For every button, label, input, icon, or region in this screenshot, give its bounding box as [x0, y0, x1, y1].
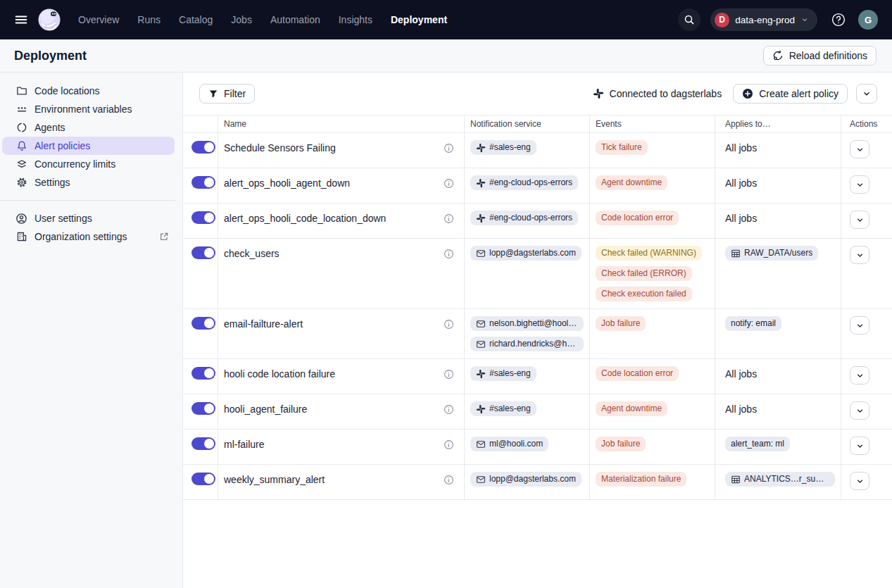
name-cell: check_users [218, 239, 465, 308]
policy-name: alert_ops_hooli_agent_down [224, 177, 350, 189]
name-cell: alert_ops_hooli_agent_down [218, 168, 465, 203]
notification-tag-label: lopp@dagsterlabs.com [489, 474, 576, 484]
alert-enabled-toggle[interactable] [191, 317, 215, 330]
event-tag: Job failure [596, 437, 646, 451]
create-alert-policy-menu-button[interactable] [856, 84, 877, 104]
sidebar-item-label: User settings [34, 213, 92, 224]
sidebar-item-environment-variables[interactable]: Environment variables [2, 100, 175, 118]
alert-enabled-toggle[interactable] [191, 402, 215, 415]
alert-enabled-toggle[interactable] [191, 473, 215, 485]
info-icon[interactable] [444, 249, 454, 259]
topnav-links: OverviewRunsCatalogJobsAutomationInsight… [78, 14, 447, 25]
sidebar-divider [0, 200, 175, 201]
notification-tag: #sales-eng [470, 140, 536, 155]
deployment-switcher[interactable]: D data-eng-prod [710, 8, 817, 31]
policy-name: hooli code location failure [224, 368, 335, 380]
events-cell: Materialization failure [590, 465, 715, 499]
sidebar-item-user-settings[interactable]: User settings [2, 209, 175, 227]
sidebar-item-concurrency-limits[interactable]: Concurrency limits [2, 155, 175, 173]
page-header: Deployment Reload definitions [0, 39, 892, 73]
toggle-cell [183, 133, 218, 168]
reload-definitions-button[interactable]: Reload definitions [763, 46, 877, 65]
chevron-down-icon [855, 477, 865, 486]
row-actions-button[interactable] [850, 366, 869, 384]
filter-icon [208, 89, 218, 99]
alert-enabled-toggle[interactable] [191, 246, 215, 259]
nav-item-runs[interactable]: Runs [137, 14, 161, 25]
info-icon[interactable] [444, 213, 454, 224]
user-avatar[interactable]: G [858, 10, 878, 30]
event-tag-label: Code location error [601, 213, 673, 223]
row-actions-button[interactable] [850, 211, 869, 229]
reload-definitions-label: Reload definitions [789, 50, 867, 61]
create-alert-policy-button[interactable]: Create alert policy [733, 84, 848, 104]
sidebar-item-agents[interactable]: Agents [2, 118, 175, 137]
nav-item-jobs[interactable]: Jobs [231, 14, 252, 25]
policy-name: check_users [224, 248, 279, 259]
info-icon[interactable] [444, 178, 454, 189]
name-cell: hooli code location failure [218, 359, 465, 394]
notification-tag-label: richard.hendricks@hooli… [489, 339, 578, 349]
nav-item-automation[interactable]: Automation [270, 14, 320, 25]
event-tag-label: Check failed (ERROR) [601, 268, 686, 279]
alert-enabled-toggle[interactable] [191, 437, 215, 450]
sidebar-item-alert-policies[interactable]: Alert policies [2, 137, 175, 155]
search-icon[interactable] [678, 8, 701, 31]
dagster-logo[interactable] [37, 7, 62, 32]
sidebar-item-label: Code locations [34, 85, 100, 96]
info-icon[interactable] [444, 475, 454, 485]
events-cell: Code location error [590, 359, 715, 394]
sidebar-item-organization-settings[interactable]: Organization settings [2, 227, 175, 246]
info-icon[interactable] [444, 319, 454, 330]
events-cell: Job failure [590, 309, 715, 358]
notification-service-cell: ml@hooli.com [465, 430, 590, 464]
help-icon[interactable] [827, 8, 850, 31]
event-tag: Job failure [596, 316, 646, 331]
applies-to-tag: RAW_DATA/users [725, 246, 818, 261]
event-tag: Materialization failure [596, 472, 686, 487]
alert-policy-row-email-failture-alert: email-failture-alertnelson.bighetti@hool… [183, 309, 892, 359]
row-actions-button[interactable] [850, 472, 869, 490]
row-actions-button[interactable] [850, 401, 869, 420]
info-icon[interactable] [444, 143, 454, 154]
nav-item-overview[interactable]: Overview [78, 14, 119, 25]
name-cell: hooli_agent_failure [218, 394, 465, 429]
alert-enabled-toggle[interactable] [191, 176, 215, 189]
policy-name: email-failture-alert [224, 318, 303, 330]
row-actions-button[interactable] [850, 437, 869, 455]
events-cell: Agent downtime [590, 168, 715, 203]
nav-item-insights[interactable]: Insights [339, 14, 372, 25]
row-actions-button[interactable] [850, 140, 869, 158]
sidebar-item-code-locations[interactable]: Code locations [2, 82, 175, 100]
email-icon [476, 249, 486, 258]
row-actions-button[interactable] [850, 175, 869, 194]
nav-item-deployment[interactable]: Deployment [391, 14, 447, 25]
info-icon[interactable] [444, 439, 454, 450]
sidebar-item-label: Organization settings [34, 231, 127, 242]
chevron-down-icon [855, 442, 865, 451]
plus-circle-icon [742, 88, 753, 99]
nav-item-catalog[interactable]: Catalog [179, 14, 213, 25]
sidebar-item-settings[interactable]: Settings [2, 173, 175, 192]
row-actions-button[interactable] [850, 246, 869, 264]
row-actions-button[interactable] [850, 316, 869, 334]
info-icon[interactable] [444, 404, 454, 415]
notification-service-cell: #sales-eng [465, 394, 590, 429]
env-vars-icon [15, 104, 27, 115]
chevron-down-icon [855, 406, 865, 415]
policy-name: alert_ops_hooli_code_location_down [224, 213, 386, 224]
info-icon[interactable] [444, 369, 454, 380]
alert-enabled-toggle[interactable] [191, 141, 215, 154]
filter-button[interactable]: Filter [199, 84, 255, 104]
notification-tag-label: #eng-cloud-ops-errors [489, 213, 572, 223]
applies-to-text: All jobs [725, 175, 757, 189]
alert-enabled-toggle[interactable] [191, 367, 215, 380]
alert-enabled-toggle[interactable] [191, 211, 215, 224]
policy-name: ml-failure [224, 439, 265, 450]
applies-to-text: All jobs [725, 211, 757, 224]
actions-cell [841, 309, 892, 358]
policy-name: Schedule Sensors Failing [224, 142, 336, 154]
hamburger-menu-icon[interactable] [11, 10, 31, 30]
notification-service-cell: nelson.bighetti@hooli.co…richard.hendric… [465, 309, 590, 358]
name-cell: ml-failure [218, 430, 465, 464]
